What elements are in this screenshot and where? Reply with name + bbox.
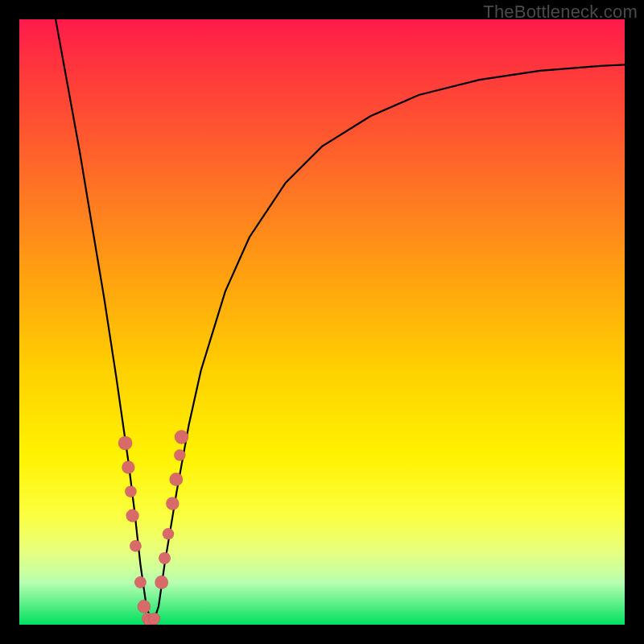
- data-point: [126, 510, 139, 522]
- bottleneck-curve: [56, 19, 625, 625]
- outer-frame: TheBottleneck.com: [0, 0, 644, 644]
- data-point: [148, 613, 160, 625]
- data-point: [155, 576, 168, 589]
- curve-layer: [19, 19, 625, 625]
- data-point: [122, 461, 134, 474]
- data-point: [174, 449, 185, 460]
- data-point: [134, 576, 147, 588]
- data-point: [175, 430, 188, 444]
- data-point: [163, 528, 174, 539]
- data-point: [118, 436, 132, 450]
- data-point: [166, 497, 179, 510]
- plot-area: [19, 19, 625, 625]
- data-point: [138, 600, 151, 613]
- data-point: [170, 473, 184, 486]
- data-point: [130, 540, 142, 552]
- data-point: [159, 552, 171, 564]
- data-point: [125, 485, 136, 497]
